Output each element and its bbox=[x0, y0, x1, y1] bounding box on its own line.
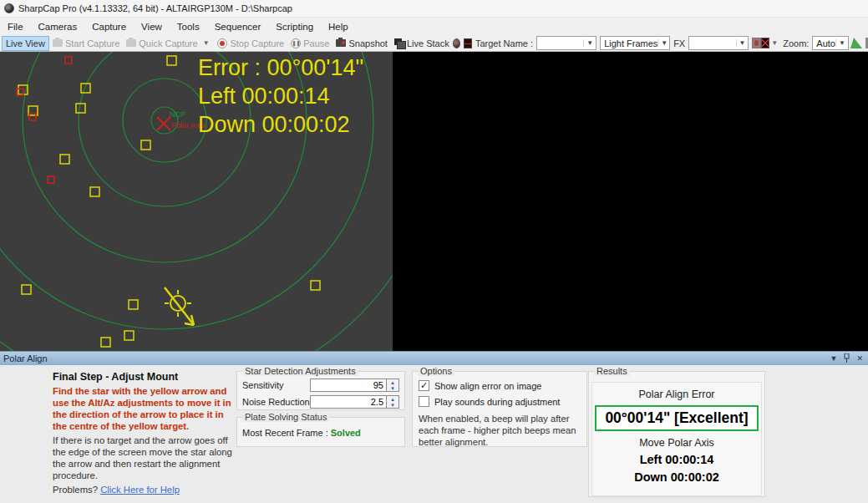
sharpcap-window: SharpCap Pro (v4.1.13332, 64 bit) - ALTA… bbox=[0, 0, 868, 503]
move-down-value: Down 00:00:02 bbox=[592, 470, 761, 484]
menu-view[interactable]: View bbox=[134, 19, 170, 34]
chevron-down-icon[interactable]: ▼ bbox=[201, 39, 211, 47]
results-box: Polar Align Error 00°00'14" [Excellent] … bbox=[591, 382, 762, 496]
problems-line: Problems? Click Here for Help bbox=[53, 485, 240, 495]
recent-frame-label: Most Recent Frame : bbox=[242, 428, 328, 438]
options-title: Options bbox=[418, 366, 454, 376]
noise-reduction-input[interactable] bbox=[310, 395, 387, 409]
overlay-error-line: Error : 00°00'14" bbox=[198, 53, 363, 82]
quick-capture-button[interactable]: Quick Capture bbox=[123, 36, 201, 51]
noise-reduction-stepper[interactable]: ▲▼ bbox=[387, 395, 399, 409]
help-link[interactable]: Click Here for Help bbox=[100, 485, 180, 495]
instructions-heading: Final Step - Adjust Mount bbox=[53, 371, 240, 383]
svg-text:NCP: NCP bbox=[170, 110, 185, 119]
options-group: Options ✓ Show align error on image Play… bbox=[412, 371, 587, 447]
chevron-down-icon: ▼ bbox=[583, 39, 596, 47]
record-stop-icon bbox=[217, 38, 227, 48]
target-name-select[interactable]: ▼ bbox=[536, 36, 596, 50]
camera-viewport: NCPPolar Axis Error : 00°00'14" Left 00:… bbox=[0, 52, 868, 351]
noise-reduction-label: Noise Reduction bbox=[242, 397, 310, 407]
show-align-error-checkbox[interactable]: ✓ bbox=[419, 380, 429, 391]
camera-icon bbox=[126, 39, 136, 47]
options-note: When enabled, a beep will play after eac… bbox=[419, 413, 581, 448]
menu-tools[interactable]: Tools bbox=[170, 19, 207, 34]
live-view-button[interactable]: Live View bbox=[2, 36, 49, 51]
overlay-left-line: Left 00:00:14 bbox=[198, 82, 363, 110]
sensor-grid-icon[interactable] bbox=[464, 38, 472, 48]
move-polar-axis-title: Move Polar Axis bbox=[592, 437, 761, 449]
pause-icon: ❚❚ bbox=[291, 38, 301, 48]
chevron-down-icon[interactable]: ▼ bbox=[830, 354, 838, 363]
start-capture-button[interactable]: Start Capture bbox=[49, 36, 123, 51]
play-sounds-label: Play sounds during adjustment bbox=[434, 397, 560, 407]
polar-align-error-title: Polar Align Error bbox=[592, 389, 761, 400]
close-icon[interactable]: ✕ bbox=[856, 354, 863, 363]
move-left-value: Left 00:00:14 bbox=[592, 453, 761, 466]
live-stack-button[interactable]: Live Stack bbox=[391, 36, 453, 51]
plate-solving-group: Plate Solving Status Most Recent Frame :… bbox=[236, 417, 405, 447]
menu-file[interactable]: File bbox=[0, 19, 31, 34]
align-error-overlay: Error : 00°00'14" Left 00:00:14 Down 00:… bbox=[198, 53, 363, 139]
title-bar: SharpCap Pro (v4.1.13332, 64 bit) - ALTA… bbox=[0, 0, 868, 17]
app-logo-icon bbox=[4, 3, 14, 13]
menu-sequencer[interactable]: Sequencer bbox=[207, 19, 269, 34]
main-toolbar: Live View Start Capture Quick Capture ▼ … bbox=[0, 35, 868, 52]
polar-align-panel: Final Step - Adjust Mount Find the star … bbox=[0, 365, 868, 503]
white-balance-icon[interactable] bbox=[453, 38, 461, 48]
sensitivity-input[interactable] bbox=[310, 379, 387, 392]
frame-type-select[interactable]: Light Frames ▼ bbox=[600, 36, 670, 50]
instructions-warning: Find the star with the yellow arrow and … bbox=[53, 385, 240, 432]
chevron-down-icon: ▼ bbox=[657, 39, 670, 47]
star-detection-title: Star Detection Adjustments bbox=[242, 366, 358, 376]
recent-frame-status: Solved bbox=[331, 428, 361, 438]
polar-align-titlebar: Polar Align ▼ ✕ bbox=[0, 351, 868, 365]
window-title: SharpCap Pro (v4.1.13332, 64 bit) - ALTA… bbox=[18, 3, 292, 13]
debayer-preview-icon[interactable] bbox=[752, 38, 760, 48]
live-image-area[interactable]: NCPPolar Axis Error : 00°00'14" Left 00:… bbox=[0, 52, 393, 351]
star-detection-group: Star Detection Adjustments Sensitivity ▲… bbox=[236, 371, 405, 410]
chevron-down-icon[interactable]: ▼ bbox=[769, 39, 779, 47]
fx-select[interactable]: ▼ bbox=[688, 36, 749, 50]
bayer-pattern-icon[interactable] bbox=[761, 38, 769, 48]
panel-title: Polar Align bbox=[3, 353, 48, 363]
menu-bar: File Cameras Capture View Tools Sequence… bbox=[0, 17, 868, 35]
chevron-down-icon: ▼ bbox=[835, 39, 848, 47]
menu-cameras[interactable]: Cameras bbox=[31, 19, 85, 34]
play-sounds-checkbox[interactable] bbox=[419, 396, 429, 407]
instructions-section: Final Step - Adjust Mount Find the star … bbox=[53, 371, 240, 495]
target-name-label: Target Name : bbox=[472, 38, 536, 48]
histogram-icon[interactable] bbox=[850, 38, 862, 48]
show-align-error-label: Show align error on image bbox=[434, 381, 541, 391]
sensitivity-label: Sensitivity bbox=[242, 380, 310, 390]
chevron-down-icon: ▼ bbox=[736, 39, 749, 47]
menu-scripting[interactable]: Scripting bbox=[268, 19, 321, 34]
instructions-body: If there is no target and the arrow goes… bbox=[53, 434, 240, 481]
zoom-label: Zoom: bbox=[779, 38, 812, 48]
polar-align-error-value: 00°00'14" [Excellent] bbox=[595, 405, 759, 431]
results-group: Results Polar Align Error 00°00'14" [Exc… bbox=[588, 371, 765, 497]
stack-icon bbox=[394, 38, 404, 48]
snapshot-camera-icon bbox=[336, 39, 346, 47]
pin-icon[interactable] bbox=[843, 353, 850, 364]
fx-label: FX bbox=[670, 38, 688, 48]
snapshot-button[interactable]: Snapshot bbox=[332, 36, 390, 51]
overlay-down-line: Down 00:00:02 bbox=[198, 110, 363, 139]
pause-button[interactable]: ❚❚ Pause bbox=[287, 36, 332, 51]
menu-help[interactable]: Help bbox=[321, 19, 356, 34]
menu-capture[interactable]: Capture bbox=[84, 19, 134, 34]
live-view-label: Live View bbox=[6, 38, 45, 48]
zoom-select[interactable]: Auto ▼ bbox=[812, 36, 849, 50]
results-title: Results bbox=[594, 366, 630, 376]
stop-capture-button[interactable]: Stop Capture bbox=[214, 36, 287, 51]
camera-icon bbox=[53, 39, 63, 47]
plate-solving-title: Plate Solving Status bbox=[242, 412, 329, 422]
sensitivity-stepper[interactable]: ▲▼ bbox=[387, 379, 399, 392]
